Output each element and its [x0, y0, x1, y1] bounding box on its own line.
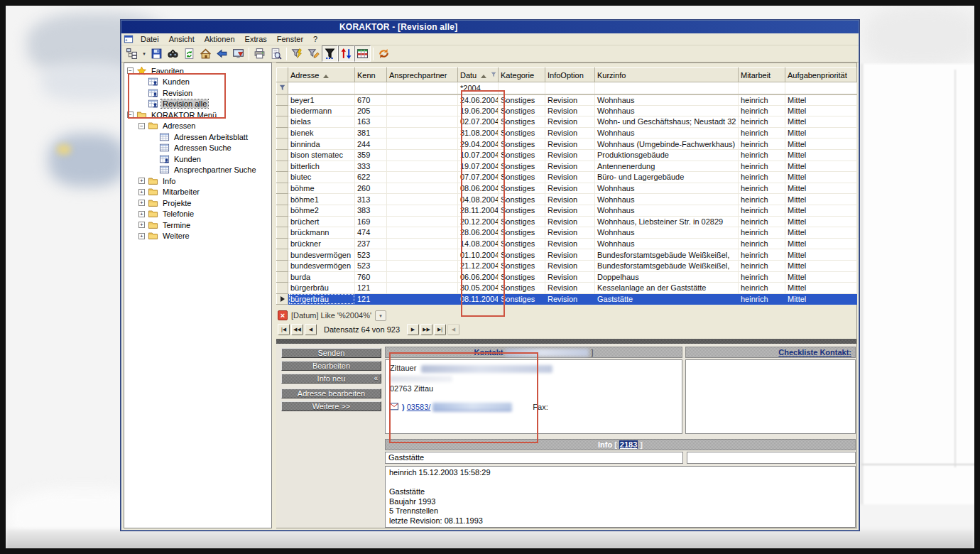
sidebar-item-revision[interactable]: Revision — [124, 87, 271, 99]
column-header-mitarbeit[interactable]: Mitarbeit — [739, 68, 785, 82]
filter-cell-aufgabenpriorität[interactable] — [785, 82, 857, 94]
collapse-icon[interactable]: − — [127, 112, 134, 118]
filter-row-selector[interactable] — [277, 82, 288, 94]
expand-icon[interactable]: + — [138, 233, 145, 239]
row-selector[interactable] — [277, 94, 288, 106]
sidebar-item-projekte[interactable]: +Projekte — [124, 197, 271, 209]
column-header-ansprechpartner[interactable]: Ansprechpartner — [387, 68, 458, 82]
weitere-button[interactable]: Weitere >> — [281, 401, 381, 411]
collapse-navigator-button[interactable]: ◀ — [447, 324, 459, 335]
checkliste-link[interactable]: Checkliste Kontakt: — [778, 348, 851, 357]
table-row[interactable]: brückner23714.08.2004SonstigesRevisionWo… — [277, 238, 857, 249]
menu-item-datei[interactable]: Datei — [136, 33, 164, 45]
toolbar-sync-button[interactable] — [376, 45, 392, 62]
menu-item-[interactable]: ? — [308, 33, 322, 45]
table-row[interactable]: beyer167024.06.2004SonstigesRevisionWohn… — [277, 94, 857, 106]
sidebar-item-adressen-suche[interactable]: Adressen Suche — [124, 143, 271, 154]
info-extra-field[interactable] — [687, 452, 856, 464]
table-row[interactable]: bundesvermögen52321.12.2004SonstigesRevi… — [277, 260, 857, 271]
sidebar-item-kunden[interactable]: Kunden — [124, 77, 271, 88]
collapse-icon[interactable]: − — [127, 67, 134, 74]
sidebar-item-kunden[interactable]: Kunden — [124, 153, 271, 165]
remove-filter-button[interactable]: × — [278, 310, 288, 320]
table-row[interactable]: biedermann20519.06.2004SonstigesRevision… — [277, 105, 857, 116]
bearbeiten-button[interactable]: Bearbeiten — [281, 361, 381, 371]
table-row[interactable]: böhme26008.06.2004SonstigesRevisionWohnh… — [277, 183, 857, 194]
row-selector[interactable] — [277, 260, 288, 271]
sidebar-item-telefonie[interactable]: +Telefonie — [124, 209, 271, 220]
toolbar-filter-values-button[interactable] — [322, 45, 338, 62]
senden-button[interactable]: Senden — [281, 348, 381, 358]
table-row[interactable]: burda76006.06.2004SonstigesRevisionDoppe… — [277, 271, 857, 283]
toolbar-sort-button[interactable] — [338, 45, 354, 62]
info-number-link[interactable]: 2183 — [619, 440, 638, 449]
sidebar-item-mitarbeiter[interactable]: +Mitarbeiter — [124, 187, 271, 198]
info-subject-field[interactable]: Gaststätte — [385, 452, 683, 464]
column-header-infooption[interactable]: InfoOption — [545, 68, 595, 82]
table-row[interactable]: brüchert16920.12.2004SonstigesRevisionWo… — [277, 216, 857, 227]
filter-cell-kurzinfo[interactable] — [595, 82, 739, 94]
expand-icon[interactable]: + — [138, 211, 145, 217]
row-selector[interactable] — [277, 105, 288, 116]
toolbar-tree-view-dropdown[interactable]: ▾ — [140, 45, 148, 62]
row-selector[interactable] — [277, 138, 288, 150]
table-row[interactable]: bison stematec35910.07.2004SonstigesRevi… — [277, 149, 857, 161]
next-page-button[interactable]: ▶▶ — [420, 324, 432, 335]
sidebar-item-ansprechpartner-suche[interactable]: Ansprechpartner Suche — [124, 165, 271, 176]
table-row[interactable]: bitterlich33319.07.2004SonstigesRevision… — [277, 161, 857, 172]
toolbar-back-button[interactable] — [214, 45, 230, 62]
filter-cell-adresse[interactable] — [288, 82, 355, 94]
row-selector[interactable] — [277, 271, 288, 283]
info-body-text[interactable]: heinrich 15.12.2003 15:58:29 Gaststätte … — [385, 466, 856, 528]
next-record-button[interactable]: ▶ — [407, 324, 419, 335]
table-row[interactable]: bienek38131.08.2004SonstigesRevisionWohn… — [277, 127, 857, 138]
row-selector[interactable] — [277, 116, 288, 128]
expand-icon[interactable]: + — [138, 189, 145, 195]
expand-icon[interactable]: + — [138, 200, 145, 206]
column-header-kategorie[interactable]: Kategorie — [499, 68, 545, 82]
prior-page-button[interactable]: ◀◀ — [291, 324, 303, 335]
toolbar-print-button[interactable] — [251, 45, 268, 62]
toolbar-screen-export-button[interactable] — [230, 45, 246, 62]
table-row[interactable]: binninda24429.04.2004SonstigesRevisionWo… — [277, 138, 857, 150]
row-selector[interactable] — [277, 149, 288, 161]
sidebar-item-adressen-arbeitsblatt[interactable]: Adressen Arbeitsblatt — [124, 131, 271, 143]
column-header-kenn[interactable]: Kenn — [355, 68, 387, 82]
filter-cell-kategorie[interactable] — [499, 82, 545, 94]
toolbar-home-button[interactable] — [197, 45, 214, 62]
sidebar-item-weitere[interactable]: +Weitere — [124, 231, 271, 242]
table-row[interactable]: brückmann47428.06.2004SonstigesRevisionW… — [277, 227, 857, 239]
table-row[interactable]: bielas16302.07.2004SonstigesRevisionWohn… — [277, 116, 857, 128]
column-header-adresse[interactable]: Adresse — [288, 68, 355, 82]
row-selector[interactable] — [277, 183, 288, 194]
toolbar-filter-lightning-button[interactable] — [289, 45, 305, 62]
row-selector[interactable] — [277, 283, 288, 294]
filter-cell-ansprechpartner[interactable] — [387, 82, 458, 94]
sidebar-item-revision-alle[interactable]: Revision alle — [124, 99, 271, 110]
column-header-aufgabenpriorität[interactable]: Aufgabenpriorität — [785, 68, 857, 82]
sidebar-item-termine[interactable]: +Termine — [124, 219, 271, 231]
table-row[interactable]: böhme131304.08.2004SonstigesRevisionWohn… — [277, 194, 857, 205]
toolbar-save-button[interactable] — [148, 45, 165, 62]
mail-icon[interactable] — [390, 403, 400, 411]
menu-item-aktionen[interactable]: Aktionen — [200, 33, 240, 45]
info-neu-button[interactable]: Info neu« — [281, 374, 381, 384]
expand-icon[interactable]: + — [138, 178, 145, 184]
row-selector[interactable] — [277, 205, 288, 216]
sidebar-item-adressen[interactable]: −Adressen — [124, 121, 271, 132]
phone-link[interactable]: 03583/ — [407, 403, 431, 411]
menu-item-fenster[interactable]: Fenster — [272, 33, 308, 45]
prior-record-button[interactable]: ◀ — [305, 324, 317, 335]
mdi-document-icon[interactable] — [123, 34, 134, 44]
filter-cell-infooption[interactable] — [545, 82, 595, 94]
row-selector[interactable] — [277, 249, 288, 261]
filter-cell-mitarbeit[interactable] — [739, 82, 785, 94]
table-row[interactable]: bürgerbräu12130.05.2004SonstigesRevision… — [277, 283, 857, 294]
expand-icon[interactable]: + — [138, 222, 145, 228]
menu-item-ansicht[interactable]: Ansicht — [164, 33, 200, 45]
sidebar-item-info[interactable]: +Info — [124, 175, 271, 187]
horizontal-splitter[interactable] — [276, 339, 856, 344]
toolbar-print-preview-button[interactable] — [268, 45, 284, 62]
last-record-button[interactable]: ▶| — [434, 324, 446, 335]
toolbar-tree-view-button[interactable] — [124, 45, 140, 62]
